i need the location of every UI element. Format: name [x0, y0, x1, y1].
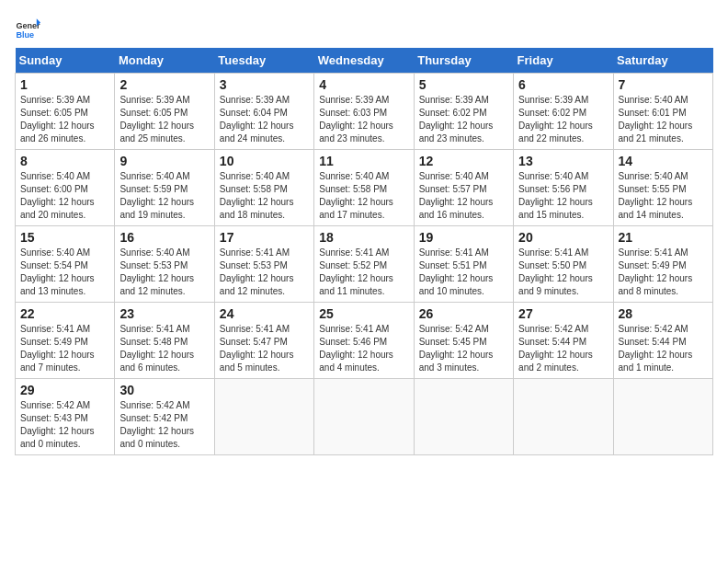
day-number: 29	[20, 383, 109, 397]
calendar-day-cell: 8Sunrise: 5:40 AM Sunset: 6:00 PM Daylig…	[16, 150, 115, 226]
calendar-day-cell: 27Sunrise: 5:42 AM Sunset: 5:44 PM Dayli…	[514, 303, 613, 379]
calendar-day-cell: 30Sunrise: 5:42 AM Sunset: 5:42 PM Dayli…	[115, 379, 214, 455]
calendar-day-cell: 20Sunrise: 5:41 AM Sunset: 5:50 PM Dayli…	[514, 226, 613, 303]
day-info: Sunrise: 5:39 AM Sunset: 6:03 PM Dayligh…	[319, 94, 408, 145]
weekday-header: Sunday	[16, 48, 115, 74]
day-info: Sunrise: 5:42 AM Sunset: 5:44 PM Dayligh…	[619, 323, 708, 374]
calendar-day-cell: 29Sunrise: 5:42 AM Sunset: 5:43 PM Dayli…	[16, 379, 115, 455]
calendar-day-cell: 19Sunrise: 5:41 AM Sunset: 5:51 PM Dayli…	[414, 226, 513, 303]
day-info: Sunrise: 5:41 AM Sunset: 5:49 PM Dayligh…	[20, 323, 109, 374]
day-number: 9	[119, 154, 209, 168]
day-info: Sunrise: 5:40 AM Sunset: 5:56 PM Dayligh…	[518, 170, 608, 222]
day-number: 28	[619, 306, 708, 321]
weekday-header: Wednesday	[314, 48, 414, 74]
calendar-day-cell: 22Sunrise: 5:41 AM Sunset: 5:49 PM Dayli…	[16, 303, 115, 379]
calendar-day-cell	[314, 379, 414, 455]
day-info: Sunrise: 5:40 AM Sunset: 5:57 PM Dayligh…	[419, 170, 508, 222]
day-info: Sunrise: 5:41 AM Sunset: 5:50 PM Dayligh…	[518, 247, 608, 298]
day-number: 3	[220, 77, 309, 92]
calendar-day-cell: 2Sunrise: 5:39 AM Sunset: 6:05 PM Daylig…	[115, 74, 214, 150]
logo-icon: General Blue	[15, 15, 40, 40]
page-header: General Blue	[15, 15, 713, 40]
day-info: Sunrise: 5:41 AM Sunset: 5:53 PM Dayligh…	[220, 247, 309, 298]
day-info: Sunrise: 5:40 AM Sunset: 5:54 PM Dayligh…	[20, 247, 109, 298]
calendar-header: SundayMondayTuesdayWednesdayThursdayFrid…	[16, 48, 713, 74]
calendar-day-cell: 23Sunrise: 5:41 AM Sunset: 5:48 PM Dayli…	[115, 303, 214, 379]
calendar-week-row: 1Sunrise: 5:39 AM Sunset: 6:05 PM Daylig…	[16, 74, 713, 150]
day-info: Sunrise: 5:41 AM Sunset: 5:47 PM Dayligh…	[220, 323, 309, 374]
calendar-day-cell: 24Sunrise: 5:41 AM Sunset: 5:47 PM Dayli…	[214, 303, 313, 379]
calendar-day-cell: 9Sunrise: 5:40 AM Sunset: 5:59 PM Daylig…	[115, 150, 214, 226]
calendar-week-row: 15Sunrise: 5:40 AM Sunset: 5:54 PM Dayli…	[16, 226, 713, 303]
day-info: Sunrise: 5:41 AM Sunset: 5:49 PM Dayligh…	[619, 247, 708, 298]
day-number: 17	[220, 230, 309, 245]
day-number: 1	[20, 77, 109, 92]
day-number: 23	[119, 306, 209, 321]
calendar-day-cell	[214, 379, 313, 455]
calendar-day-cell: 3Sunrise: 5:39 AM Sunset: 6:04 PM Daylig…	[214, 74, 313, 150]
day-info: Sunrise: 5:41 AM Sunset: 5:48 PM Dayligh…	[119, 323, 209, 374]
calendar-day-cell: 12Sunrise: 5:40 AM Sunset: 5:57 PM Dayli…	[414, 150, 513, 226]
day-number: 6	[518, 77, 608, 92]
day-info: Sunrise: 5:42 AM Sunset: 5:42 PM Dayligh…	[119, 399, 209, 451]
day-number: 16	[119, 230, 209, 245]
day-info: Sunrise: 5:41 AM Sunset: 5:51 PM Dayligh…	[419, 247, 508, 298]
day-info: Sunrise: 5:40 AM Sunset: 5:58 PM Dayligh…	[220, 170, 309, 222]
day-number: 30	[119, 383, 209, 397]
day-number: 22	[20, 306, 109, 321]
day-info: Sunrise: 5:40 AM Sunset: 5:53 PM Dayligh…	[119, 247, 209, 298]
calendar-day-cell: 10Sunrise: 5:40 AM Sunset: 5:58 PM Dayli…	[214, 150, 313, 226]
day-number: 24	[220, 306, 309, 321]
calendar-day-cell	[414, 379, 513, 455]
calendar-day-cell: 7Sunrise: 5:40 AM Sunset: 6:01 PM Daylig…	[613, 74, 712, 150]
day-number: 20	[518, 230, 608, 245]
calendar-day-cell: 17Sunrise: 5:41 AM Sunset: 5:53 PM Dayli…	[214, 226, 313, 303]
day-number: 12	[419, 154, 508, 168]
day-info: Sunrise: 5:39 AM Sunset: 6:05 PM Dayligh…	[20, 94, 109, 145]
calendar-day-cell	[514, 379, 613, 455]
day-info: Sunrise: 5:39 AM Sunset: 6:05 PM Dayligh…	[119, 94, 209, 145]
day-info: Sunrise: 5:39 AM Sunset: 6:02 PM Dayligh…	[419, 94, 508, 145]
svg-text:Blue: Blue	[16, 30, 34, 40]
weekday-header: Monday	[115, 48, 214, 74]
day-number: 10	[220, 154, 309, 168]
weekday-header: Friday	[514, 48, 613, 74]
calendar-table: SundayMondayTuesdayWednesdayThursdayFrid…	[15, 48, 713, 455]
day-info: Sunrise: 5:40 AM Sunset: 6:00 PM Dayligh…	[20, 170, 109, 222]
calendar-day-cell: 18Sunrise: 5:41 AM Sunset: 5:52 PM Dayli…	[314, 226, 414, 303]
calendar-day-cell: 28Sunrise: 5:42 AM Sunset: 5:44 PM Dayli…	[613, 303, 712, 379]
day-info: Sunrise: 5:40 AM Sunset: 5:59 PM Dayligh…	[119, 170, 209, 222]
day-number: 25	[319, 306, 408, 321]
calendar-day-cell: 13Sunrise: 5:40 AM Sunset: 5:56 PM Dayli…	[514, 150, 613, 226]
day-number: 2	[119, 77, 209, 92]
calendar-week-row: 29Sunrise: 5:42 AM Sunset: 5:43 PM Dayli…	[16, 379, 713, 455]
calendar-body: 1Sunrise: 5:39 AM Sunset: 6:05 PM Daylig…	[16, 74, 713, 455]
day-info: Sunrise: 5:40 AM Sunset: 5:58 PM Dayligh…	[319, 170, 408, 222]
day-number: 19	[419, 230, 508, 245]
day-number: 26	[419, 306, 508, 321]
day-info: Sunrise: 5:42 AM Sunset: 5:45 PM Dayligh…	[419, 323, 508, 374]
day-info: Sunrise: 5:39 AM Sunset: 6:02 PM Dayligh…	[518, 94, 608, 145]
day-info: Sunrise: 5:41 AM Sunset: 5:46 PM Dayligh…	[319, 323, 408, 374]
calendar-week-row: 22Sunrise: 5:41 AM Sunset: 5:49 PM Dayli…	[16, 303, 713, 379]
day-number: 14	[619, 154, 708, 168]
day-number: 4	[319, 77, 408, 92]
day-number: 5	[419, 77, 508, 92]
calendar-day-cell	[613, 379, 712, 455]
calendar-day-cell: 26Sunrise: 5:42 AM Sunset: 5:45 PM Dayli…	[414, 303, 513, 379]
calendar-day-cell: 6Sunrise: 5:39 AM Sunset: 6:02 PM Daylig…	[514, 74, 613, 150]
day-info: Sunrise: 5:39 AM Sunset: 6:04 PM Dayligh…	[220, 94, 309, 145]
day-number: 18	[319, 230, 408, 245]
calendar-day-cell: 25Sunrise: 5:41 AM Sunset: 5:46 PM Dayli…	[314, 303, 414, 379]
day-number: 27	[518, 306, 608, 321]
day-info: Sunrise: 5:42 AM Sunset: 5:44 PM Dayligh…	[518, 323, 608, 374]
calendar-day-cell: 5Sunrise: 5:39 AM Sunset: 6:02 PM Daylig…	[414, 74, 513, 150]
day-number: 7	[619, 77, 708, 92]
calendar-week-row: 8Sunrise: 5:40 AM Sunset: 6:00 PM Daylig…	[16, 150, 713, 226]
day-info: Sunrise: 5:41 AM Sunset: 5:52 PM Dayligh…	[319, 247, 408, 298]
day-number: 21	[619, 230, 708, 245]
calendar-day-cell: 4Sunrise: 5:39 AM Sunset: 6:03 PM Daylig…	[314, 74, 414, 150]
calendar-day-cell: 16Sunrise: 5:40 AM Sunset: 5:53 PM Dayli…	[115, 226, 214, 303]
calendar-day-cell: 14Sunrise: 5:40 AM Sunset: 5:55 PM Dayli…	[613, 150, 712, 226]
calendar-day-cell: 1Sunrise: 5:39 AM Sunset: 6:05 PM Daylig…	[16, 74, 115, 150]
